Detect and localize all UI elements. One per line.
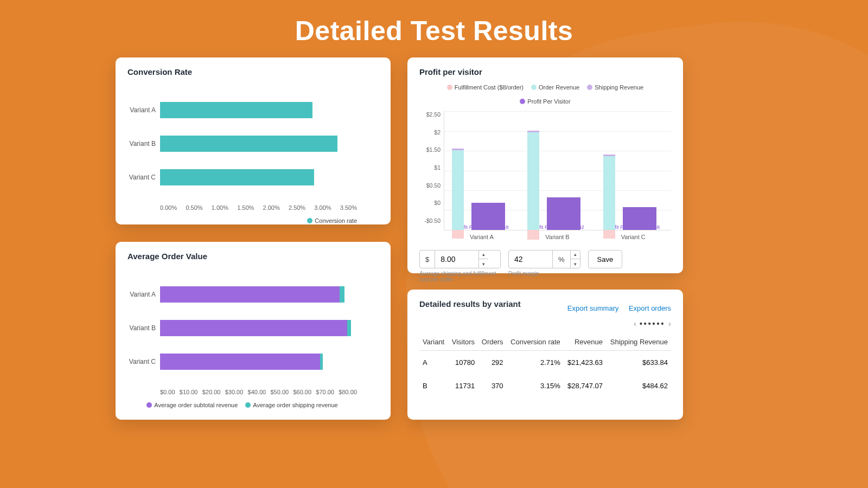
margin-field[interactable] <box>509 255 552 264</box>
currency-prefix: $ <box>420 251 435 268</box>
bar-label: Variant C <box>127 358 160 365</box>
col-header: Visitors <box>448 333 478 351</box>
bar <box>160 354 320 370</box>
bar-label: Variant B <box>127 324 160 332</box>
page-title: Detailed Test Results <box>0 0 868 60</box>
col-header: Variant <box>419 333 448 351</box>
pager-dots: •••••• <box>640 319 665 328</box>
chevron-up-icon[interactable]: ▴ <box>570 250 580 259</box>
cost-input[interactable]: $ ▴▾ <box>419 250 501 268</box>
bar-label: Variant A <box>127 291 160 298</box>
bar <box>527 230 539 240</box>
bar <box>340 286 344 303</box>
bar-chart-aov: Variant A Variant B Variant C <box>127 268 379 408</box>
x-axis: Variant A Variant B Variant C <box>444 230 671 240</box>
chevron-left-icon[interactable]: ‹ <box>634 319 636 328</box>
bar-label: Variant A <box>127 106 160 114</box>
results-table: Variant Visitors Orders Conversion rate … <box>419 333 671 397</box>
bar-chart-conversion: Variant A Variant B Variant C 0.00%0.50%… <box>127 84 379 224</box>
card-profit-per-visitor: Profit per visitor Fulfillment Cost ($8/… <box>407 57 683 273</box>
export-summary-link[interactable]: Export summary <box>567 304 619 312</box>
card-title: Detailed results by variant <box>419 299 521 309</box>
legend: Fulfillment Cost ($8/order) Order Revenu… <box>419 84 671 105</box>
grouped-bar-chart: $2.50$2$1.50$1$0.50$0-$0.50 Profit Per V… <box>419 111 671 230</box>
col-header: Shipping Revenue <box>606 333 671 351</box>
bar <box>623 207 656 230</box>
card-conversion-rate: Conversion Rate Variant A Variant B Vari… <box>116 57 391 224</box>
bar-label: Variant B <box>127 140 160 147</box>
legend-swatch-icon <box>146 402 152 408</box>
bar <box>603 230 615 239</box>
chevron-up-icon[interactable]: ▴ <box>478 250 488 259</box>
legend-swatch-icon <box>531 85 537 90</box>
stepper[interactable]: ▴▾ <box>478 250 488 268</box>
legend-swatch-icon <box>520 99 525 104</box>
pager: ‹ •••••• › <box>419 319 671 328</box>
card-results-table: Detailed results by variant Export summa… <box>407 290 683 420</box>
profit-inputs-row: $ ▴▾ Average shipping and fulfillment co… <box>419 250 671 282</box>
table-row: B 11731 370 3.15% $28,747.07 $484.62 <box>419 374 671 397</box>
export-links: Export summary Export orders <box>560 303 671 313</box>
legend: Conversion rate <box>127 217 357 224</box>
legend-swatch-icon <box>307 218 312 223</box>
bar <box>160 169 314 185</box>
chevron-down-icon[interactable]: ▾ <box>570 259 580 268</box>
chevron-right-icon[interactable]: › <box>668 319 671 328</box>
bar <box>160 286 340 303</box>
bar <box>452 230 464 239</box>
y-axis: $2.50$2$1.50$1$0.50$0-$0.50 <box>419 111 444 230</box>
bar <box>347 320 351 336</box>
cost-field[interactable] <box>435 255 478 264</box>
bar-label: Variant C <box>127 174 160 181</box>
x-axis: 0.00%0.50%1.00%1.50%2.00%2.50%3.00%3.50% <box>160 202 357 211</box>
bar <box>160 136 337 152</box>
table-row: A 10780 292 2.71% $21,423.63 $633.84 <box>419 351 671 375</box>
bar <box>471 203 505 230</box>
legend-swatch-icon <box>447 85 452 90</box>
col-header: Conversion rate <box>507 333 564 351</box>
save-button[interactable]: Save <box>588 250 623 268</box>
legend-swatch-icon <box>587 85 592 90</box>
margin-input[interactable]: % ▴▾ <box>508 250 580 268</box>
legend: Average order subtotal revenue Average o… <box>127 402 357 408</box>
x-axis: $0.00$10.00$20.00$30.00$40.00$50.00$60.0… <box>160 387 357 395</box>
bar <box>160 102 312 118</box>
card-title: Average Order Value <box>127 252 379 261</box>
card-title: Profit per visitor <box>419 67 671 76</box>
bar <box>547 197 580 230</box>
chevron-down-icon[interactable]: ▾ <box>478 259 488 268</box>
legend-swatch-icon <box>245 402 251 408</box>
stepper[interactable]: ▴▾ <box>570 250 580 268</box>
input-caption: Profit margin <box>508 271 580 277</box>
col-header: Revenue <box>564 333 606 351</box>
bar <box>160 320 347 336</box>
card-aov: Average Order Value Variant A Variant B … <box>116 242 391 420</box>
percent-suffix: % <box>552 251 570 268</box>
bar <box>320 354 323 370</box>
card-title: Conversion Rate <box>127 67 379 76</box>
col-header: Orders <box>478 333 506 351</box>
export-orders-link[interactable]: Export orders <box>629 304 671 312</box>
input-caption: Average shipping and fulfillment cost pe… <box>419 271 501 282</box>
